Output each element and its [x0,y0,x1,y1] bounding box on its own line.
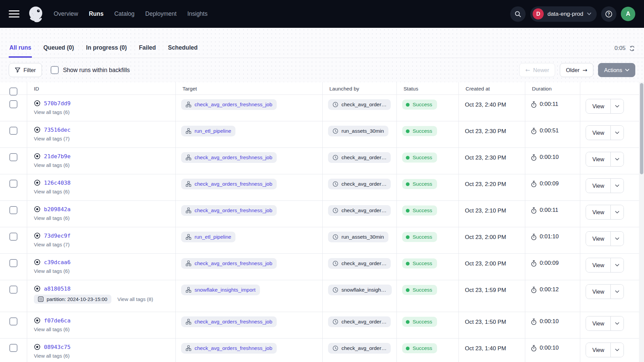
view-dropdown-button[interactable] [610,179,624,193]
view-dropdown-button[interactable] [610,316,624,330]
view-run-button[interactable]: View [586,205,610,219]
run-id-link[interactable]: 21de7b9e [44,153,70,160]
target-job-link[interactable]: check_avg_orders_freshness_job [181,343,277,354]
target-job-link[interactable]: check_avg_orders_freshness_job [181,258,277,269]
target-job-link[interactable]: snowflake_insights_import [181,285,260,295]
view-all-tags-link[interactable]: View all tags (6) [34,109,69,115]
run-id-link[interactable]: c39dcaa6 [44,259,70,265]
row-checkbox[interactable] [9,127,17,135]
view-run-button[interactable]: View [586,179,610,193]
nav-item-catalog[interactable]: Catalog [114,10,135,17]
target-job-link[interactable]: check_avg_orders_freshness_job [181,316,277,327]
filter-button[interactable]: Filter [9,63,42,77]
row-checkbox[interactable] [9,180,17,188]
target-job-link[interactable]: run_etl_pipeline [181,232,235,242]
run-id-link[interactable]: 126c4038 [44,180,70,186]
launched-by-tag[interactable]: check_avg_order… [328,205,391,216]
view-run-button[interactable]: View [586,232,610,246]
tab-all-runs[interactable]: All runs [9,44,32,58]
target-job-link[interactable]: check_avg_orders_freshness_job [181,99,277,110]
header-status: Status [397,82,459,96]
run-id-link[interactable]: 73d9ec9f [44,233,70,239]
row-checkbox[interactable] [9,153,17,161]
view-dropdown-button[interactable] [610,343,624,357]
run-id-link[interactable]: f07de6ca [44,317,70,324]
view-run-button[interactable]: View [586,126,610,140]
view-dropdown-button[interactable] [610,152,624,166]
launched-by-tag[interactable]: snowflake_insight… [328,285,392,295]
view-run-button[interactable]: View [586,285,610,299]
menu-icon[interactable] [9,10,19,17]
row-checkbox[interactable] [9,259,17,267]
refresh-icon[interactable] [629,45,635,52]
row-checkbox[interactable] [9,317,17,325]
view-run-button[interactable]: View [586,316,610,330]
actions-button[interactable]: Actions [598,63,635,77]
launched-by-tag[interactable]: check_avg_order… [328,316,391,327]
view-run-button[interactable]: View [586,99,610,113]
scrollbar-track[interactable] [639,82,644,362]
view-dropdown-button[interactable] [610,258,624,272]
run-id-link[interactable]: a8180518 [44,286,70,292]
backfill-toggle-wrap: Show runs within backfills [51,66,130,74]
view-all-tags-link[interactable]: View all tags (6) [34,215,69,221]
view-all-tags-link[interactable]: View all tags (6) [34,268,69,274]
view-run-button[interactable]: View [586,258,610,272]
deployment-switcher[interactable]: D data-eng-prod [530,6,597,22]
row-checkbox[interactable] [9,233,17,241]
tab-queued-0[interactable]: Queued (0) [43,44,74,58]
tab-scheduled[interactable]: Scheduled [167,44,199,58]
search-button[interactable] [510,6,526,22]
view-run-button[interactable]: View [586,152,610,166]
avatar[interactable]: A [621,7,635,21]
target-job-link[interactable]: run_etl_pipeline [181,126,235,136]
target-job-link[interactable]: check_avg_orders_freshness_job [181,152,277,163]
launched-by-tag[interactable]: check_avg_order… [328,179,391,189]
launched-by-tag[interactable]: check_avg_order… [328,152,391,163]
view-run-button[interactable]: View [586,343,610,357]
status-badge: Success [402,343,437,353]
run-id-link[interactable]: 570b7dd9 [44,100,70,107]
launched-by-tag[interactable]: run_assets_30min [328,232,388,242]
nav-item-deployment[interactable]: Deployment [145,10,176,17]
row-checkbox[interactable] [9,344,17,352]
view-all-tags-link[interactable]: View all tags (7) [34,242,69,247]
tab-in-progress-0[interactable]: In progress (0) [86,44,128,58]
older-button[interactable]: Older → [560,63,593,77]
view-all-tags-link[interactable]: View all tags (8) [117,296,153,302]
nav-item-insights[interactable]: Insights [187,10,207,17]
launched-by-tag[interactable]: check_avg_order… [328,99,391,110]
view-all-tags-link[interactable]: View all tags (6) [34,353,69,359]
row-checkbox[interactable] [9,100,17,108]
view-dropdown-button[interactable] [610,99,624,113]
view-all-tags-link[interactable]: View all tags (6) [34,162,69,168]
view-dropdown-button[interactable] [610,285,624,299]
target-job-link[interactable]: check_avg_orders_freshness_job [181,179,277,189]
launched-by-tag[interactable]: check_avg_order… [328,343,391,354]
row-checkbox[interactable] [9,206,17,214]
view-split-button: View [586,125,624,140]
view-dropdown-button[interactable] [610,232,624,246]
scrollbar-thumb[interactable] [640,83,643,174]
nav-item-runs[interactable]: Runs [89,10,104,17]
select-all-checkbox[interactable] [9,87,17,96]
show-backfills-checkbox[interactable] [51,66,59,74]
run-id-link[interactable]: 08943c75 [44,344,70,350]
view-dropdown-button[interactable] [610,205,624,219]
newer-button[interactable]: ← Newer [519,63,555,77]
tab-failed[interactable]: Failed [138,44,157,58]
view-all-tags-link[interactable]: View all tags (6) [34,189,69,194]
run-id-link[interactable]: 73516dec [44,127,70,133]
target-job-link[interactable]: check_avg_orders_freshness_job [181,205,277,216]
partition-tag[interactable]: partition: 2024-10-23-15:00 [34,295,111,304]
run-success-icon [34,126,41,133]
view-all-tags-link[interactable]: View all tags (7) [34,136,69,141]
launched-by-tag[interactable]: check_avg_order… [328,258,391,269]
view-dropdown-button[interactable] [610,126,624,140]
nav-item-overview[interactable]: Overview [54,10,78,17]
row-checkbox[interactable] [9,286,17,294]
launched-by-tag[interactable]: run_assets_30min [328,126,388,136]
run-id-link[interactable]: b209842a [44,206,70,213]
help-button[interactable]: ? [601,6,616,22]
view-all-tags-link[interactable]: View all tags (6) [34,326,69,332]
